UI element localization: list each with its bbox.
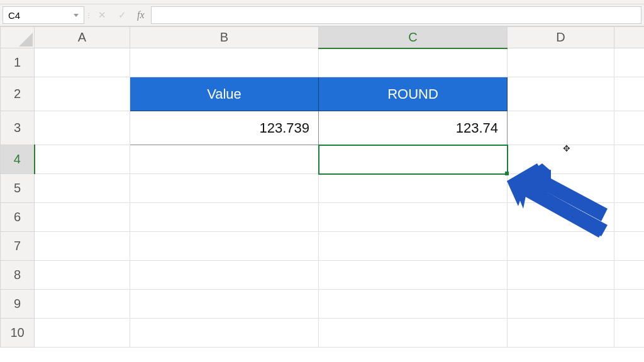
cell-B7[interactable] [130,232,319,261]
cell-A5[interactable] [35,174,130,203]
cell-B5[interactable] [130,174,319,203]
cell-C5[interactable] [319,174,508,203]
cell-A9[interactable] [35,290,130,319]
cell-C3[interactable]: 123.74 [319,111,508,145]
cell-E7[interactable] [614,232,645,261]
cell-D7[interactable] [508,232,614,261]
cell-A10[interactable] [35,319,130,348]
row-header-7[interactable]: 7 [1,232,35,261]
cell-E10[interactable] [614,319,645,348]
cell-C7[interactable] [319,232,508,261]
select-all-corner[interactable] [1,27,35,48]
row-header-10[interactable]: 10 [1,319,35,348]
cell-B3[interactable]: 123.739 [130,111,319,145]
cell-B6[interactable] [130,203,319,232]
row-header-8[interactable]: 8 [1,261,35,290]
cell-E5[interactable] [614,174,645,203]
row-header-6[interactable]: 6 [1,203,35,232]
cell-E2[interactable] [614,77,645,111]
row-header-3[interactable]: 3 [1,111,35,145]
cell-A7[interactable] [35,232,130,261]
cell-A4[interactable] [35,145,130,174]
cell-D5[interactable] [508,174,614,203]
spreadsheet-grid[interactable]: A B C D 1 2 Value ROUND 3 123.739 [0,26,644,348]
cell-E9[interactable] [614,290,645,319]
cell-C8[interactable] [319,261,508,290]
cell-E6[interactable] [614,203,645,232]
cell-C9[interactable] [319,290,508,319]
cell-E1[interactable] [614,48,645,77]
cell-B9[interactable] [130,290,319,319]
cell-C4[interactable] [319,145,508,174]
row-header-2[interactable]: 2 [1,77,35,111]
cell-A6[interactable] [35,203,130,232]
col-header-A[interactable]: A [35,27,130,48]
cell-E8[interactable] [614,261,645,290]
cell-A2[interactable] [35,77,130,111]
dropdown-icon[interactable] [74,14,79,17]
cell-B10[interactable] [130,319,319,348]
cell-B4[interactable] [130,145,319,174]
cell-A8[interactable] [35,261,130,290]
row-header-9[interactable]: 9 [1,290,35,319]
cell-C10[interactable] [319,319,508,348]
cell-D9[interactable] [508,290,614,319]
formula-input[interactable] [151,6,641,24]
col-header-D[interactable]: D [508,27,614,48]
cell-D8[interactable] [508,261,614,290]
cell-C2[interactable]: ROUND [319,77,508,111]
row-header-4[interactable]: 4 [1,145,35,174]
cell-E3[interactable] [614,111,645,145]
name-box[interactable]: C4 [3,6,84,24]
cell-C6[interactable] [319,203,508,232]
cell-A1[interactable] [35,48,130,77]
cell-C1[interactable] [319,48,508,77]
splitter: ⋮ [87,6,91,24]
cell-D4[interactable] [508,145,614,174]
col-header-E[interactable] [614,27,645,48]
cancel-icon[interactable]: ✕ [93,6,111,24]
row-header-5[interactable]: 5 [1,174,35,203]
col-header-C[interactable]: C [319,27,508,48]
cell-B8[interactable] [130,261,319,290]
cell-D2[interactable] [508,77,614,111]
cell-B2[interactable]: Value [130,77,319,111]
cell-D3[interactable] [508,111,614,145]
fx-icon[interactable]: fx [137,9,145,21]
cell-D1[interactable] [508,48,614,77]
cell-A3[interactable] [35,111,130,145]
row-header-1[interactable]: 1 [1,48,35,77]
cell-B1[interactable] [130,48,319,77]
formula-bar: C4 ⋮ ✕ ✓ fx [0,4,644,26]
cell-E4[interactable] [614,145,645,174]
cell-D6[interactable] [508,203,614,232]
cell-D10[interactable] [508,319,614,348]
name-box-value: C4 [8,10,20,21]
col-header-B[interactable]: B [130,27,319,48]
enter-icon[interactable]: ✓ [113,6,131,24]
